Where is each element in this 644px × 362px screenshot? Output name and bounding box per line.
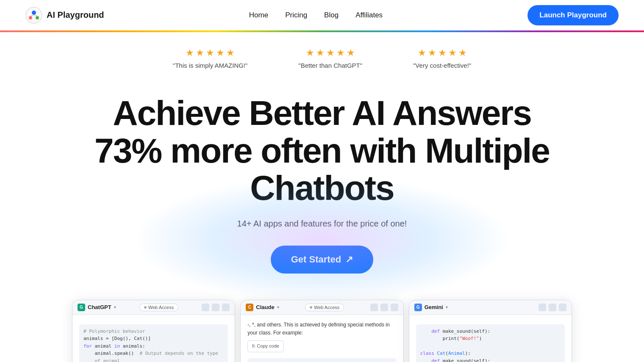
- screenshots-wrapper: G ChatGPT ▾ Web Access # Polymorphic beh…: [72, 300, 572, 362]
- nav-links: Home Pricing Blog Affiliates: [249, 11, 383, 19]
- chatgpt-panel-header: G ChatGPT ▾ Web Access: [72, 300, 235, 315]
- review-3: ★ ★ ★ ★ ★ "Very cost-effective!": [413, 47, 471, 69]
- panel-actions: [202, 304, 230, 311]
- star-icon: ★: [458, 47, 467, 58]
- logo-icon: [25, 7, 42, 24]
- gemini-panel: G Gemini ▾ def make_sound(self): print("…: [409, 300, 572, 362]
- star-icon: ★: [448, 47, 457, 58]
- share-icon[interactable]: [202, 304, 209, 311]
- star-icon: ★: [326, 47, 335, 58]
- chevron-down-icon: ▾: [446, 305, 448, 309]
- review-3-stars: ★ ★ ★ ★ ★: [418, 47, 467, 58]
- hero-headline: Achieve Better AI Answers 73% more often…: [89, 94, 555, 207]
- star-icon: ★: [438, 47, 447, 58]
- share-icon[interactable]: [370, 304, 378, 311]
- chatgpt-panel-body: # Polymorphic behavior animals = [Dog(),…: [72, 315, 235, 362]
- star-icon: ★: [316, 47, 325, 58]
- nav-home[interactable]: Home: [249, 11, 268, 19]
- svg-point-1: [32, 11, 36, 15]
- gemini-panel-name: Gemini: [425, 304, 443, 310]
- review-1-stars: ★ ★ ★ ★ ★: [186, 47, 235, 58]
- close-icon[interactable]: [559, 304, 566, 311]
- svg-point-3: [36, 16, 39, 19]
- svg-point-0: [26, 7, 42, 23]
- arrow-icon: ↗: [345, 254, 353, 265]
- copy-icon[interactable]: [549, 304, 556, 311]
- svg-point-2: [29, 16, 32, 19]
- code-block: # Polymorphic behavior animals = [Dog(),…: [79, 324, 228, 362]
- star-icon: ★: [428, 47, 436, 58]
- panel-actions: [539, 304, 566, 311]
- star-icon: ★: [226, 47, 235, 58]
- logo-link[interactable]: AI Playground: [25, 7, 104, 24]
- star-icon: ★: [347, 47, 355, 58]
- web-access-badge: Web Access: [139, 304, 178, 311]
- claude-badge-icon: C: [246, 304, 253, 311]
- reviews-section: ★ ★ ★ ★ ★ "This is simply AMAZING!" ★ ★ …: [0, 32, 644, 77]
- gemini-panel-header: G Gemini ▾: [409, 300, 572, 315]
- review-1-text: "This is simply AMAZING!": [173, 62, 248, 69]
- chatgpt-panel-name: ChatGPT: [88, 304, 111, 310]
- review-1: ★ ★ ★ ★ ★ "This is simply AMAZING!": [173, 47, 248, 69]
- close-icon[interactable]: [391, 304, 398, 311]
- star-icon: ★: [306, 47, 314, 58]
- claude-panel-header: C Claude ▾ Web Access: [241, 300, 403, 315]
- claude-panel-name: Claude: [256, 304, 274, 310]
- share-icon[interactable]: [539, 304, 546, 311]
- star-icon: ★: [196, 47, 204, 58]
- claude-panel-body: -, *, and others. This is achieved by de…: [241, 315, 403, 362]
- gemini-panel-body: def make_sound(self): print("Woof!") cla…: [409, 315, 572, 362]
- review-2: ★ ★ ★ ★ ★ "Better than ChatGPT": [298, 47, 362, 69]
- toggle-icon: [144, 306, 147, 309]
- get-started-button[interactable]: Get Started ↗: [271, 246, 374, 274]
- code-block: class Point: def __init__(self, x, y): s…: [247, 358, 396, 362]
- panel-actions: [370, 304, 398, 311]
- nav-blog[interactable]: Blog: [324, 11, 339, 19]
- copy-code-button[interactable]: ⎘ Copy code: [247, 340, 284, 352]
- star-icon: ★: [336, 47, 345, 58]
- nav-pricing[interactable]: Pricing: [285, 11, 307, 19]
- copy-icon[interactable]: [212, 304, 219, 311]
- launch-playground-button[interactable]: Launch Playground: [527, 5, 619, 25]
- web-access-badge: Web Access: [305, 304, 344, 311]
- star-icon: ★: [186, 47, 194, 58]
- gemini-badge-icon: G: [414, 304, 422, 311]
- chevron-down-icon: ▾: [114, 305, 116, 309]
- close-icon[interactable]: [222, 304, 230, 311]
- review-2-text: "Better than ChatGPT": [298, 62, 362, 69]
- star-icon: ★: [216, 47, 225, 58]
- hero-section: Achieve Better AI Answers 73% more often…: [0, 77, 644, 278]
- chatgpt-badge-icon: G: [78, 304, 85, 311]
- review-3-text: "Very cost-effective!": [413, 62, 471, 69]
- nav-affiliates[interactable]: Affiliates: [355, 11, 383, 19]
- toggle-icon: [310, 306, 312, 309]
- copy-icon: ⎘: [252, 343, 255, 350]
- hero-subheadline: 14+ AI apps and features for the price o…: [25, 219, 619, 229]
- star-icon: ★: [206, 47, 214, 58]
- copy-icon[interactable]: [380, 304, 388, 311]
- code-block: def make_sound(self): print("Woof!") cla…: [416, 324, 565, 362]
- review-2-stars: ★ ★ ★ ★ ★: [306, 47, 355, 58]
- navbar: AI Playground Home Pricing Blog Affiliat…: [0, 0, 644, 30]
- screenshots-section: G ChatGPT ▾ Web Access # Polymorphic beh…: [0, 300, 644, 362]
- chevron-down-icon: ▾: [277, 305, 279, 309]
- claude-panel: C Claude ▾ Web Access -, *, and others. …: [240, 300, 403, 362]
- logo-text: AI Playground: [47, 10, 104, 20]
- star-icon: ★: [418, 47, 426, 58]
- chatgpt-panel: G ChatGPT ▾ Web Access # Polymorphic beh…: [72, 300, 235, 362]
